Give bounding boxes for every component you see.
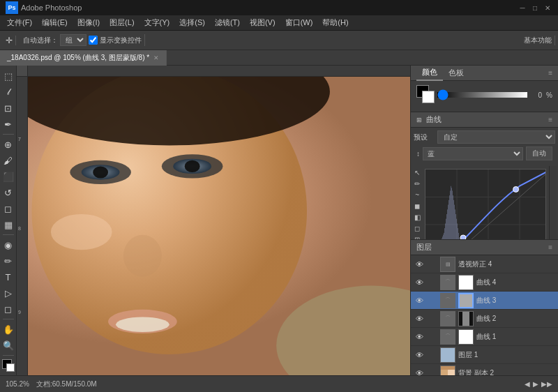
layer-row-curves1[interactable]: 👁 ⌒ 曲线 1 (411, 328, 558, 346)
layer-visibility-7[interactable]: 👁 (414, 368, 425, 376)
transform-checkbox[interactable] (89, 36, 98, 45)
layer-visibility-6[interactable]: 👁 (414, 349, 425, 361)
auto-button[interactable]: 自动 (526, 146, 552, 160)
curve-black-point[interactable]: ◼ (412, 201, 422, 211)
menu-type[interactable]: 文字(Y) (140, 16, 174, 29)
document-tab[interactable]: _18A0326.psd @ 105% (曲线 3, 图层蒙版/8) * ✕ (0, 50, 167, 66)
minimize-button[interactable]: ─ (518, 3, 527, 13)
transform-control-check[interactable]: 显示变换控件 (89, 36, 142, 45)
prev-frame-btn[interactable]: ◀ (525, 380, 530, 388)
lasso-tool[interactable]: 𝓁 (1, 84, 16, 100)
layer-visibility-5[interactable]: 👁 (414, 331, 425, 342)
curves-chart[interactable] (425, 169, 546, 239)
svg-point-10 (51, 214, 112, 250)
layer-visibility-4[interactable]: 👁 (414, 313, 425, 324)
layer-row-curves2[interactable]: 👁 ⌒ 曲线 2 (411, 310, 558, 328)
horizontal-ruler: 18 19 20 21 22 (17, 66, 410, 77)
workspace-group: 基本功能 (521, 36, 555, 45)
bg-color-box[interactable] (422, 91, 435, 103)
curve-white-point[interactable]: ◻ (412, 223, 422, 233)
history-brush-tool[interactable]: ↺ (1, 185, 16, 200)
hand-tool[interactable]: ✋ (1, 322, 16, 337)
tab-close-button[interactable]: ✕ (153, 54, 159, 61)
auto-select-dropdown[interactable]: 组 (60, 34, 86, 46)
tool-separator-1 (3, 134, 14, 135)
ruler-mark-7: 7 (18, 137, 21, 142)
color-panel-menu[interactable]: ≡ (548, 69, 552, 77)
layer-mask-2 (458, 275, 474, 290)
layer-visibility-3[interactable]: 👁 (414, 295, 425, 306)
auto-select-group: 自动选择： 组 显示变换控件 (20, 34, 145, 46)
tab-bar: _18A0326.psd @ 105% (曲线 3, 图层蒙版/8) * ✕ (0, 50, 558, 66)
selection-tool[interactable]: ⬚ (1, 68, 16, 84)
auto-select-label: 自动选择： (23, 36, 58, 45)
shape-tool[interactable]: ◻ (1, 301, 16, 317)
layer-row-curves3[interactable]: 👁 ⌒ 曲线 3 (411, 292, 558, 310)
canvas-image (28, 77, 410, 375)
eyedropper-tool[interactable]: ✒ (1, 116, 16, 132)
menu-help[interactable]: 帮助(H) (318, 16, 352, 29)
menu-filter[interactable]: 滤镜(T) (211, 16, 244, 29)
color-panel: 颜色 色板 ≡ K 0 % (411, 66, 558, 112)
layer-row-transparency[interactable]: 👁 ▤ 透视矫正 4 (411, 255, 558, 273)
curve-sample-tool[interactable]: ⊞ (412, 234, 422, 239)
next-frame-btn[interactable]: ▶▶ (541, 380, 552, 388)
color-swatch-row: K 0 % (416, 85, 552, 105)
layer-thumb-1: ▤ (440, 257, 455, 272)
gradient-tool[interactable]: ▦ (1, 217, 16, 232)
k-percent: % (546, 91, 552, 99)
maximize-button[interactable]: □ (530, 3, 540, 13)
properties-menu[interactable]: ≡ (548, 116, 552, 123)
tab-color[interactable]: 颜色 (416, 66, 443, 81)
layer-thumb-6 (440, 347, 455, 363)
fg-bg-color-boxes (416, 85, 425, 105)
menu-window[interactable]: 窗口(W) (281, 16, 317, 29)
color-panel-content: K 0 % (411, 81, 558, 112)
svg-point-4 (93, 166, 108, 178)
layers-menu[interactable]: ≡ (548, 243, 552, 251)
layer-row-layer1[interactable]: 👁 图层 1 (411, 346, 558, 364)
menu-file[interactable]: 文件(F) (3, 16, 36, 29)
curve-pointer-tool[interactable]: ↖ (412, 167, 422, 177)
curves-scrollbar[interactable] (549, 166, 557, 239)
eraser-tool[interactable]: ◻ (1, 201, 16, 216)
text-tool[interactable]: T (1, 269, 16, 285)
ruler-mark-8: 8 (18, 226, 21, 231)
menu-view[interactable]: 视图(V) (246, 16, 280, 29)
menu-edit[interactable]: 编辑(E) (38, 16, 72, 29)
close-button[interactable]: ✕ (543, 3, 552, 13)
play-btn[interactable]: ▶ (533, 380, 538, 388)
pen-tool[interactable]: ✏ (1, 253, 16, 269)
app-logo: Ps (6, 1, 18, 14)
menu-image[interactable]: 图像(I) (73, 16, 104, 29)
channel-dropdown[interactable]: 蓝 (423, 147, 523, 160)
dodge-tool[interactable]: ◉ (1, 237, 16, 252)
heal-tool[interactable]: ⊕ (1, 137, 16, 152)
tab-swatches[interactable]: 色板 (443, 66, 469, 81)
stamp-tool[interactable]: ⬛ (1, 169, 16, 184)
menu-layer[interactable]: 图层(L) (105, 16, 138, 29)
channel-icon[interactable]: ↕ (416, 150, 420, 158)
menu-select[interactable]: 选择(S) (175, 16, 209, 29)
layer-visibility-1[interactable]: 👁 (414, 259, 425, 270)
menu-bar: 文件(F) 编辑(E) 图像(I) 图层(L) 文字(Y) 选择(S) 滤镜(T… (0, 15, 558, 31)
curves-canvas (425, 169, 546, 239)
k-slider[interactable] (437, 92, 527, 98)
path-select-tool[interactable]: ▷ (1, 285, 16, 301)
fg-bg-swatches[interactable] (1, 358, 16, 375)
layer-visibility-2[interactable]: 👁 (414, 277, 425, 288)
curve-draw-tool[interactable]: ✏ (412, 179, 422, 188)
curve-smooth-tool[interactable]: ~ (412, 190, 422, 199)
background-swatch[interactable] (6, 363, 15, 372)
preset-dropdown[interactable]: 自定 (437, 130, 555, 144)
brush-tool[interactable]: 🖌 (1, 153, 16, 168)
zoom-tool[interactable]: 🔍 (1, 338, 16, 353)
svg-point-12 (116, 317, 169, 332)
crop-tool[interactable]: ⊡ (1, 100, 16, 116)
layers-title: 图层 (416, 242, 432, 252)
layer-row-bgcopy2[interactable]: 👁 背景 副本 2 (411, 364, 558, 375)
move-tool-icon[interactable]: ✛ (6, 36, 13, 45)
layer-row-curves4[interactable]: 👁 ⌒ 曲线 4 (411, 273, 558, 292)
curve-gray-point[interactable]: ◧ (412, 212, 422, 222)
color-panel-header: 颜色 色板 ≡ (411, 66, 558, 81)
